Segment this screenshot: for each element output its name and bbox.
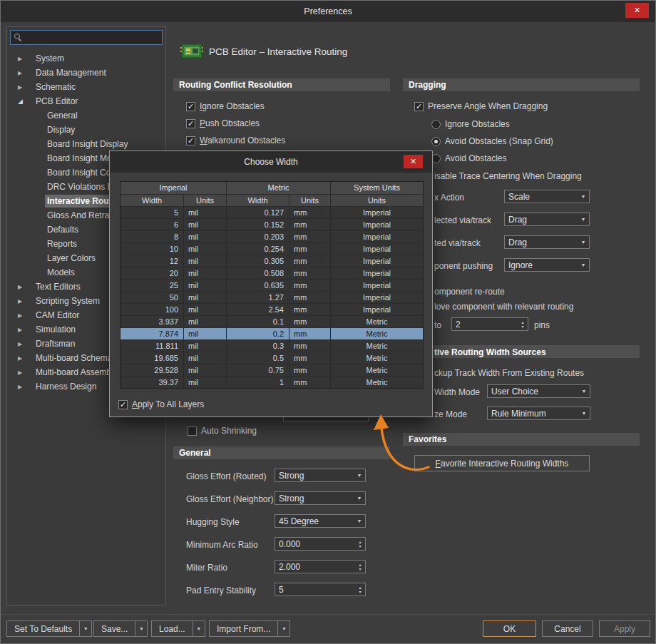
gloss-effort-routed-dropdown[interactable]: Strong ▼ <box>275 469 366 482</box>
system-units-cell: Metric <box>330 328 423 339</box>
width-table-row[interactable]: 3.937 mil 0.1 mm Metric <box>121 315 423 327</box>
width-table-row[interactable]: 20 mil 0.508 mm Imperial <box>121 267 423 279</box>
width-table-row[interactable]: 25 mil 0.635 mm Imperial <box>121 279 423 291</box>
load-button[interactable]: Load... ▼ <box>151 620 205 637</box>
walkaround-obstacles-checkbox[interactable]: ✓ <box>186 136 195 145</box>
chevron-down-icon: ▼ <box>578 411 590 416</box>
tree-item[interactable]: ▶ Schematic <box>8 80 165 94</box>
auto-shrinking-checkbox[interactable] <box>188 426 197 436</box>
set-to-defaults-menu-arrow[interactable]: ▼ <box>79 621 91 636</box>
spin-down-icon[interactable]: ▾ <box>521 324 523 329</box>
apply-all-layers-checkbox[interactable]: ✓ <box>118 400 128 409</box>
cancel-button[interactable]: Cancel <box>542 620 593 637</box>
tree-item[interactable]: ▶ Data Management <box>8 66 165 80</box>
width-table-row[interactable]: 11.811 mil 0.3 mm Metric <box>121 339 423 352</box>
tree-item[interactable]: Board Insight Display <box>8 137 165 151</box>
tree-item[interactable]: ◢ PCB Editor <box>8 94 165 108</box>
tree-expand-icon[interactable]: ▶ <box>18 70 34 76</box>
system-units-cell: Imperial <box>330 231 423 242</box>
preserve-angle-row[interactable]: ✓ Preserve Angle When Dragging <box>414 100 548 113</box>
dialog-close-button[interactable]: ✕ <box>404 155 423 168</box>
save-menu-arrow[interactable]: ▼ <box>135 621 147 636</box>
col-imperial-width: Width <box>121 195 183 206</box>
import-from-menu-arrow[interactable]: ▼ <box>277 621 289 636</box>
pins-spinner[interactable]: 2 ▴ ▾ <box>451 317 528 331</box>
tree-expand-icon[interactable]: ▶ <box>18 327 34 333</box>
miter-ratio-spinner[interactable]: 2.000 ▴ ▾ <box>275 560 366 573</box>
preserve-angle-checkbox[interactable]: ✓ <box>414 102 424 111</box>
imperial-width-cell: 3.937 <box>121 316 183 327</box>
spinner-arrows-icon[interactable]: ▴ ▾ <box>518 320 528 329</box>
width-table-row[interactable]: 7.874 mil 0.2 mm Metric <box>121 327 423 339</box>
push-obstacles-checkbox[interactable]: ✓ <box>186 119 195 128</box>
spin-down-icon[interactable]: ▾ <box>359 544 361 548</box>
radio-avoid-obstacles[interactable]: Avoid Obstacles <box>431 152 507 165</box>
favorite-widths-button[interactable]: Favorite Interactive Routing Widths <box>414 455 590 471</box>
walkaround-obstacles-row[interactable]: ✓ Walkaround Obstacles <box>186 134 285 147</box>
system-units-cell: Metric <box>330 377 423 388</box>
width-table-row[interactable]: 29.528 mil 0.75 mm Metric <box>121 364 423 376</box>
radio-ignore-obstacles[interactable]: Ignore Obstacles <box>431 118 510 131</box>
tree-expand-icon[interactable]: ▶ <box>18 284 34 290</box>
tree-expand-icon[interactable]: ▶ <box>18 298 34 305</box>
tree-expand-icon[interactable]: ◢ <box>18 98 34 105</box>
tree-expand-icon[interactable]: ▶ <box>18 355 34 362</box>
tree-expand-icon[interactable]: ▶ <box>18 84 34 91</box>
imperial-width-cell: 10 <box>121 243 183 255</box>
ignore-obstacles-checkbox[interactable]: ✓ <box>186 102 195 111</box>
search-input[interactable] <box>24 33 158 43</box>
selected-via-dropdown[interactable]: Drag ▼ <box>504 213 590 226</box>
component-pushing-dropdown[interactable]: Ignore ▼ <box>504 258 590 272</box>
width-table-row[interactable]: 10 mil 0.254 mm Imperial <box>121 242 423 255</box>
apply-all-layers-row[interactable]: ✓ Apply To All Layers <box>118 398 204 411</box>
minimum-arc-ratio-spinner[interactable]: 0.000 ▴ ▾ <box>275 537 366 551</box>
search-icon <box>14 34 22 41</box>
width-table-row[interactable]: 100 mil 2.54 mm Imperial <box>121 303 423 315</box>
width-table-row[interactable]: 39.37 mil 1 mm Metric <box>121 376 423 388</box>
unselected-via-dropdown[interactable]: Drag ▼ <box>504 235 590 249</box>
push-obstacles-row[interactable]: ✓ Push Obstacles <box>186 117 260 130</box>
save-button[interactable]: Save... ▼ <box>93 620 148 637</box>
action-dropdown[interactable]: Scale ▼ <box>504 190 590 203</box>
import-from-button[interactable]: Import From... ▼ <box>209 620 290 637</box>
tree-expand-icon[interactable]: ▶ <box>18 56 34 62</box>
width-table-row[interactable]: 5 mil 0.127 mm Imperial <box>121 206 423 218</box>
tree-item[interactable]: Display <box>8 123 165 137</box>
set-to-defaults-button[interactable]: Set To Defaults ▼ <box>6 620 92 637</box>
apply-button[interactable]: Apply <box>599 620 650 637</box>
width-table-row[interactable]: 8 mil 0.203 mm Imperial <box>121 230 423 242</box>
gloss-effort-neighbor-dropdown[interactable]: Strong ▼ <box>275 491 366 505</box>
spinner-arrows-icon[interactable]: ▴ ▾ <box>355 540 365 548</box>
tree-expand-icon[interactable]: ▶ <box>18 369 34 376</box>
width-table-row[interactable]: 12 mil 0.305 mm Imperial <box>121 255 423 267</box>
radio-avoid-obstacles-snap[interactable]: Avoid Obstacles (Snap Grid) <box>431 135 553 148</box>
pad-entry-stability-spinner[interactable]: 5 ▴ ▾ <box>275 583 366 596</box>
spin-down-icon[interactable]: ▾ <box>359 567 361 571</box>
ok-button[interactable]: OK <box>483 620 536 637</box>
spin-down-icon[interactable]: ▾ <box>359 590 361 594</box>
via-size-mode-dropdown[interactable]: Rule Minimum ▼ <box>487 407 590 420</box>
width-table-row[interactable]: 19.685 mil 0.5 mm Metric <box>121 352 423 364</box>
radio-icon[interactable] <box>431 120 441 129</box>
width-table-row[interactable]: 6 mil 0.152 mm Imperial <box>121 218 423 230</box>
load-menu-arrow[interactable]: ▼ <box>193 621 205 636</box>
spinner-arrows-icon[interactable]: ▴ ▾ <box>355 586 365 594</box>
window-close-button[interactable]: ✕ <box>625 3 649 18</box>
tree-item[interactable]: ▶ System <box>8 51 165 66</box>
tree-expand-icon[interactable]: ▶ <box>18 384 34 390</box>
unselected-via-label-fragment: ted via/track <box>434 238 481 248</box>
tree-expand-icon[interactable]: ▶ <box>18 341 34 347</box>
imperial-width-cell: 12 <box>121 255 183 267</box>
spinner-arrows-icon[interactable]: ▴ ▾ <box>355 563 365 571</box>
ignore-obstacles-row[interactable]: ✓ Ignore Obstacles <box>186 100 265 113</box>
check-icon: ✓ <box>416 103 422 111</box>
metric-units-cell: mm <box>289 231 330 242</box>
width-table-row[interactable]: 50 mil 1.27 mm Imperial <box>121 291 423 303</box>
tree-item[interactable]: General <box>8 108 165 123</box>
tree-expand-icon[interactable]: ▶ <box>18 312 34 319</box>
track-width-mode-dropdown[interactable]: User Choice ▼ <box>487 384 590 398</box>
search-box[interactable] <box>10 30 163 45</box>
radio-selected-icon[interactable] <box>431 137 441 146</box>
auto-shrinking-row[interactable]: Auto Shrinking <box>188 424 257 437</box>
hugging-style-dropdown[interactable]: 45 Degree ▼ <box>275 514 366 528</box>
